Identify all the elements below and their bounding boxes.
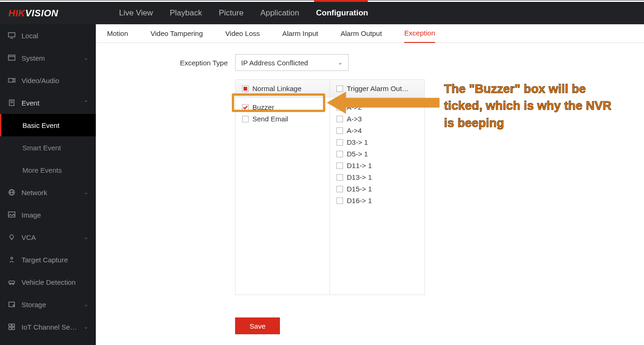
car-icon: [7, 278, 16, 286]
send-email-label: Send Email: [252, 115, 288, 123]
normal-linkage-master-checkbox[interactable]: [242, 85, 249, 92]
svg-rect-2: [8, 55, 15, 60]
send-email-checkbox[interactable]: [242, 116, 249, 122]
output-checkbox[interactable]: [336, 104, 343, 111]
chevron-down-icon: ⌄: [84, 189, 88, 196]
tab-alarm-input[interactable]: Alarm Input: [282, 24, 318, 43]
sidebar: Local System ⌄ Video/Audio Event ⌃ Basic…: [0, 24, 96, 345]
chevron-down-icon: ⌄: [84, 234, 88, 240]
output-row: A->4: [336, 125, 418, 136]
top-nav: Live View Playback Picture Application C…: [119, 8, 368, 18]
sidebar-label: Target Capture: [21, 256, 68, 264]
sidebar-sub-label: Smart Event: [22, 144, 61, 152]
chevron-down-icon: ⌄: [338, 59, 343, 66]
sidebar-label: IoT Channel Se…: [21, 323, 77, 331]
image-icon: [7, 211, 16, 219]
sidebar-sub-label: Basic Event: [22, 121, 59, 129]
output-checkbox[interactable]: [336, 139, 343, 146]
sidebar-label: Network: [21, 189, 47, 197]
nav-live-view[interactable]: Live View: [119, 8, 153, 18]
sidebar-local[interactable]: Local: [0, 24, 96, 47]
trigger-alarm-body: A->2 A->3 A->4 D3-> 1 D5-> 1 D11-> 1 D13…: [330, 98, 424, 295]
exception-type-row: Exception Type IP Address Conflicted ⌄: [180, 54, 644, 71]
sidebar-target-capture[interactable]: Target Capture: [0, 248, 96, 271]
sidebar-label: VCA: [21, 233, 36, 241]
sidebar-label: Image: [21, 211, 41, 219]
logo: HIKVISION: [8, 8, 58, 19]
select-value: IP Address Conflicted: [241, 59, 308, 67]
header-label: Trigger Alarm Out…: [347, 84, 409, 92]
tab-video-loss[interactable]: Video Loss: [225, 24, 260, 43]
sidebar-iot-channel[interactable]: IoT Channel Se… ⌄: [0, 316, 96, 338]
output-label: D15-> 1: [347, 185, 372, 193]
output-label: A->4: [347, 127, 362, 134]
output-label: D5-> 1: [347, 150, 368, 158]
sidebar-label: Video/Audio: [21, 77, 59, 84]
header-label: Normal Linkage: [252, 84, 301, 92]
svg-rect-22: [12, 324, 14, 326]
output-row: D11-> 1: [336, 160, 418, 171]
output-row: D13-> 1: [336, 171, 418, 183]
exception-type-label: Exception Type: [180, 59, 235, 67]
exception-type-select[interactable]: IP Address Conflicted ⌄: [235, 54, 349, 71]
chevron-up-icon: ⌃: [84, 99, 88, 106]
disk-icon: [7, 300, 16, 309]
normal-linkage-body: Buzzer Send Email: [236, 98, 329, 295]
output-checkbox[interactable]: [336, 127, 343, 134]
output-label: A->3: [347, 115, 362, 123]
chevron-down-icon: ⌄: [84, 55, 88, 61]
sidebar-smart-event[interactable]: Smart Event: [0, 136, 96, 159]
sidebar-storage[interactable]: Storage ⌄: [0, 293, 96, 316]
output-checkbox[interactable]: [336, 162, 343, 169]
output-label: D16-> 1: [347, 197, 372, 204]
sidebar-sub-label: More Events: [22, 166, 62, 174]
output-checkbox[interactable]: [336, 174, 343, 181]
buzzer-checkbox[interactable]: [242, 104, 249, 111]
sidebar-event[interactable]: Event ⌃: [0, 92, 96, 114]
output-checkbox[interactable]: [336, 151, 343, 157]
tab-video-tampering[interactable]: Video Tampering: [150, 24, 203, 43]
tab-motion[interactable]: Motion: [107, 24, 128, 43]
sidebar-vca[interactable]: VCA ⌄: [0, 226, 96, 248]
output-row: A->2: [336, 101, 418, 113]
chevron-down-icon: ⌄: [84, 324, 88, 330]
sidebar-label: System: [21, 54, 45, 62]
normal-linkage-header: Normal Linkage: [236, 80, 329, 98]
sidebar-network[interactable]: Network ⌄: [0, 181, 96, 204]
bulb-icon: [7, 233, 16, 241]
tab-alarm-output[interactable]: Alarm Output: [341, 24, 382, 43]
nav-picture[interactable]: Picture: [219, 8, 243, 18]
sidebar-image[interactable]: Image: [0, 204, 96, 226]
svg-point-15: [11, 257, 13, 259]
trigger-master-checkbox[interactable]: [336, 85, 343, 92]
globe-icon: [7, 188, 16, 197]
grid-icon: [7, 323, 16, 331]
sidebar-label: Event: [21, 99, 39, 107]
sidebar-label: Storage: [21, 301, 46, 309]
window-icon: [7, 54, 16, 62]
sidebar-label: Vehicle Detection: [21, 278, 76, 286]
nav-playback[interactable]: Playback: [170, 8, 202, 18]
linkage-panels: Normal Linkage Buzzer Send Email Trigger…: [235, 79, 644, 295]
output-checkbox[interactable]: [336, 186, 343, 192]
sidebar-video-audio[interactable]: Video/Audio: [0, 69, 96, 92]
sidebar-vehicle-detection[interactable]: Vehicle Detection: [0, 271, 96, 293]
output-checkbox[interactable]: [336, 197, 343, 204]
sidebar-basic-event[interactable]: Basic Event: [0, 114, 96, 136]
svg-point-20: [13, 305, 14, 306]
svg-rect-24: [12, 327, 14, 330]
monitor-icon: [7, 31, 16, 40]
output-row: D15-> 1: [336, 183, 418, 195]
nav-configuration[interactable]: Configuration: [316, 8, 368, 18]
nav-application[interactable]: Application: [260, 8, 299, 18]
tab-exception[interactable]: Exception: [404, 24, 435, 43]
sidebar-system[interactable]: System ⌄: [0, 47, 96, 69]
sidebar-more-events[interactable]: More Events: [0, 159, 96, 181]
svg-point-18: [13, 283, 14, 285]
chevron-down-icon: ⌄: [84, 301, 88, 308]
save-button[interactable]: Save: [235, 317, 280, 334]
svg-rect-21: [9, 324, 11, 326]
output-checkbox[interactable]: [336, 116, 343, 122]
normal-linkage-panel: Normal Linkage Buzzer Send Email: [235, 79, 330, 295]
svg-rect-0: [8, 33, 15, 37]
